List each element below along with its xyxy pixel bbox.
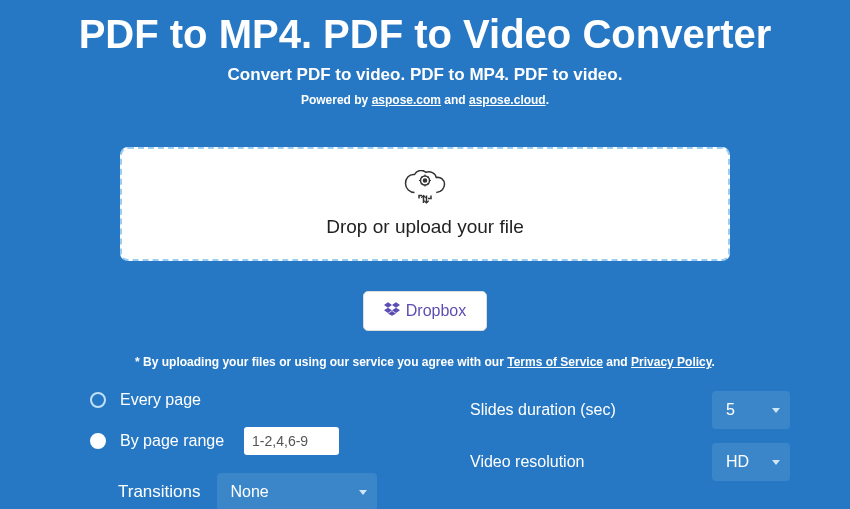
video-resolution-value: HD	[726, 453, 749, 471]
svg-point-1	[424, 179, 427, 182]
aspose-cloud-link[interactable]: aspose.cloud	[469, 93, 546, 107]
disclaimer-line: * By uploading your files or using our s…	[0, 355, 850, 369]
disclaimer-and: and	[603, 355, 631, 369]
chevron-down-icon	[359, 490, 367, 495]
powered-suffix: .	[546, 93, 549, 107]
powered-prefix: Powered by	[301, 93, 372, 107]
terms-of-service-link[interactable]: Terms of Service	[507, 355, 603, 369]
video-resolution-label: Video resolution	[470, 453, 584, 471]
powered-by-line: Powered by aspose.com and aspose.cloud.	[0, 93, 850, 107]
slides-duration-value: 5	[726, 401, 735, 419]
disclaimer-prefix: * By uploading your files or using our s…	[135, 355, 507, 369]
dropbox-icon	[384, 302, 400, 320]
slides-duration-select[interactable]: 5	[712, 391, 790, 429]
page-title: PDF to MP4. PDF to Video Converter	[0, 0, 850, 61]
file-dropzone[interactable]: Drop or upload your file	[120, 147, 730, 261]
page-range-input[interactable]	[244, 427, 339, 455]
privacy-policy-link[interactable]: Privacy Policy	[631, 355, 712, 369]
transitions-label: Transitions	[118, 482, 201, 502]
upload-cloud-gear-icon	[402, 170, 448, 210]
page-subtitle: Convert PDF to video. PDF to MP4. PDF to…	[0, 65, 850, 85]
dropzone-text: Drop or upload your file	[326, 216, 524, 238]
powered-and: and	[441, 93, 469, 107]
aspose-com-link[interactable]: aspose.com	[372, 93, 441, 107]
by-page-range-radio[interactable]	[90, 433, 106, 449]
dropbox-button-label: Dropbox	[406, 302, 466, 320]
slides-duration-label: Slides duration (sec)	[470, 401, 616, 419]
by-page-range-label: By page range	[120, 432, 224, 450]
transitions-select[interactable]: None	[217, 473, 377, 509]
chevron-down-icon	[772, 408, 780, 413]
dropbox-button[interactable]: Dropbox	[363, 291, 487, 331]
video-resolution-select[interactable]: HD	[712, 443, 790, 481]
disclaimer-suffix: .	[712, 355, 715, 369]
every-page-label: Every page	[120, 391, 201, 409]
every-page-radio[interactable]	[90, 392, 106, 408]
transitions-select-value: None	[231, 483, 269, 501]
chevron-down-icon	[772, 460, 780, 465]
